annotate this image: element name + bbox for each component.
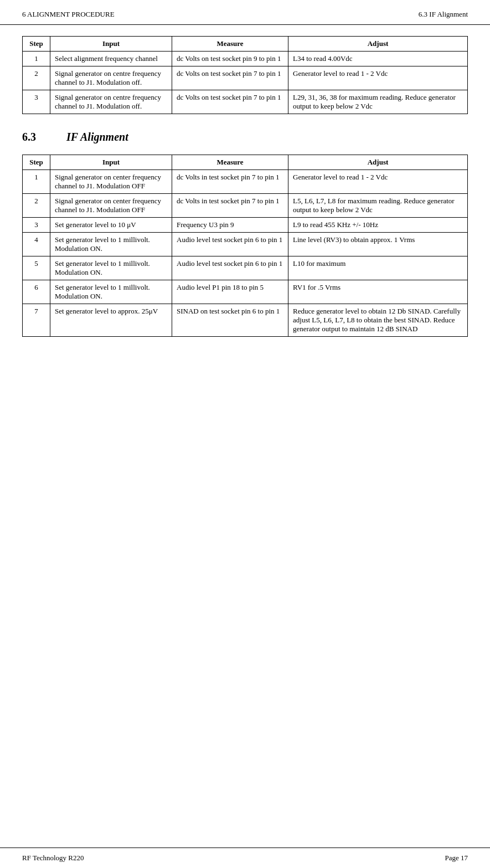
table-row: 1 Signal generator on center frequency c…: [23, 170, 468, 194]
input-cell: Set generator level to 1 millivolt. Modu…: [50, 280, 172, 304]
step-cell: 3: [23, 218, 50, 233]
table2-col-measure: Measure: [172, 155, 288, 170]
table-row: 7 Set generator level to approx. 25μV SI…: [23, 304, 468, 337]
measure-cell: dc Volts in test socket pin 7 to pin 1: [172, 170, 288, 194]
adjust-cell: Line level (RV3) to obtain approx. 1 Vrm…: [288, 233, 468, 256]
adjust-cell: Generator level to read 1 - 2 Vdc: [288, 66, 468, 90]
table-row: 2 Signal generator on centre frequency c…: [23, 66, 468, 90]
input-cell: Set generator level to approx. 25μV: [50, 304, 172, 337]
adjust-cell: L34 to read 4.00Vdc: [288, 52, 468, 66]
adjust-cell: L5, L6, L7, L8 for maximum reading. Redu…: [288, 194, 468, 218]
header-left: 6 ALIGNMENT PROCEDURE: [22, 10, 115, 19]
step-cell: 1: [23, 170, 50, 194]
table-row: 2 Signal generator on center frequency c…: [23, 194, 468, 218]
section-63-title: IF Alignment: [66, 131, 128, 143]
section-63-heading: 6.3 IF Alignment: [22, 131, 468, 143]
step-cell: 4: [23, 233, 50, 256]
adjust-cell: Reduce generator level to obtain 12 Db S…: [288, 304, 468, 337]
measure-cell: Frequency U3 pin 9: [172, 218, 288, 233]
measure-cell: Audio level test socket pin 6 to pin 1: [172, 233, 288, 256]
table-row: 3 Signal generator on centre frequency c…: [23, 90, 468, 114]
adjust-cell: L9 to read 455 KHz +/- 10Hz: [288, 218, 468, 233]
input-cell: Select alignment frequency channel: [50, 52, 172, 66]
table1-col-measure: Measure: [172, 37, 288, 52]
table1-col-adjust: Adjust: [288, 37, 468, 52]
step-cell: 6: [23, 280, 50, 304]
table-row: 4 Set generator level to 1 millivolt. Mo…: [23, 233, 468, 256]
table2-col-step: Step: [23, 155, 50, 170]
measure-cell: Audio level test socket pin 6 to pin 1: [172, 256, 288, 280]
table2-col-input: Input: [50, 155, 172, 170]
footer-right: Page 17: [445, 854, 468, 862]
table1-col-step: Step: [23, 37, 50, 52]
input-cell: Signal generator on center frequency cha…: [50, 170, 172, 194]
page-header: 6 ALIGNMENT PROCEDURE 6.3 IF Alignment: [0, 0, 490, 25]
adjust-cell: L10 for maximum: [288, 256, 468, 280]
table2: Step Input Measure Adjust 1 Signal gener…: [22, 155, 468, 337]
input-cell: Set generator level to 10 μV: [50, 218, 172, 233]
step-cell: 1: [23, 52, 50, 66]
measure-cell: dc Volts on test socket pin 7 to pin 1: [172, 66, 288, 90]
input-cell: Set generator level to 1 millivolt. Modu…: [50, 256, 172, 280]
table1: Step Input Measure Adjust 1 Select align…: [22, 36, 468, 114]
table-row: 1 Select alignment frequency channel dc …: [23, 52, 468, 66]
header-right: 6.3 IF Alignment: [419, 10, 468, 19]
table-row: 5 Set generator level to 1 millivolt. Mo…: [23, 256, 468, 280]
measure-cell: dc Volts in test socket pin 7 to pin 1: [172, 194, 288, 218]
table-row: 6 Set generator level to 1 millivolt. Mo…: [23, 280, 468, 304]
measure-cell: Audio level P1 pin 18 to pin 5: [172, 280, 288, 304]
input-cell: Signal generator on centre frequency cha…: [50, 90, 172, 114]
measure-cell: dc Volts on test socket pin 9 to pin 1: [172, 52, 288, 66]
footer-left: RF Technology R220: [22, 854, 84, 862]
table1-col-input: Input: [50, 37, 172, 52]
step-cell: 3: [23, 90, 50, 114]
page-footer: RF Technology R220 Page 17: [0, 848, 490, 868]
table-row: 3 Set generator level to 10 μV Frequency…: [23, 218, 468, 233]
input-cell: Signal generator on center frequency cha…: [50, 194, 172, 218]
adjust-cell: L29, 31, 36, 38 for maximum reading. Red…: [288, 90, 468, 114]
section-63-num: 6.3: [22, 131, 50, 143]
table2-col-adjust: Adjust: [288, 155, 468, 170]
input-cell: Set generator level to 1 millivolt. Modu…: [50, 233, 172, 256]
measure-cell: SINAD on test socket pin 6 to pin 1: [172, 304, 288, 337]
input-cell: Signal generator on centre frequency cha…: [50, 66, 172, 90]
step-cell: 5: [23, 256, 50, 280]
adjust-cell: RV1 for .5 Vrms: [288, 280, 468, 304]
step-cell: 2: [23, 66, 50, 90]
step-cell: 2: [23, 194, 50, 218]
measure-cell: dc Volts on test socket pin 7 to pin 1: [172, 90, 288, 114]
adjust-cell: Generator level to read 1 - 2 Vdc: [288, 170, 468, 194]
step-cell: 7: [23, 304, 50, 337]
